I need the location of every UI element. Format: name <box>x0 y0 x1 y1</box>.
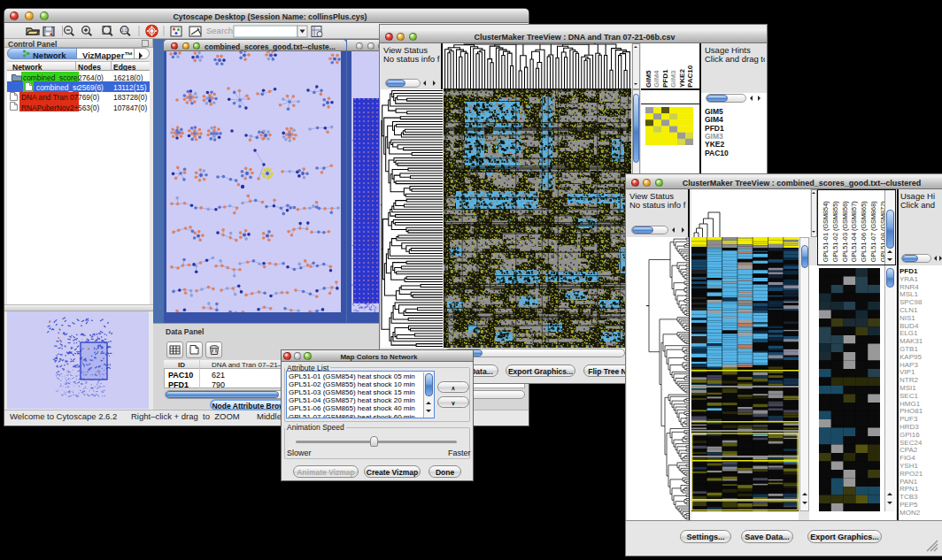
svg-text:Search:: Search: <box>206 26 236 35</box>
svg-text:1:1: 1:1 <box>121 28 127 33</box>
